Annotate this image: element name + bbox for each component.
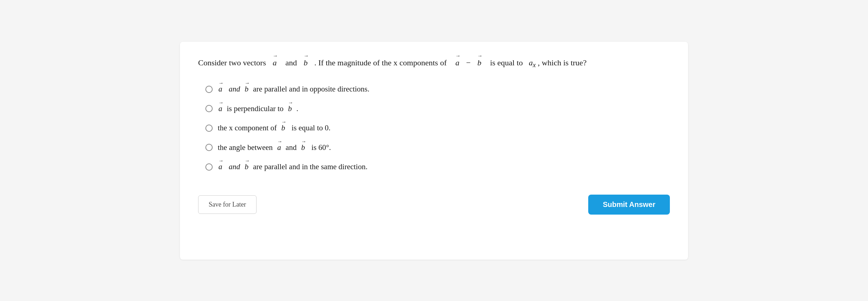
option-3-text: the x component of b is equal to 0. bbox=[218, 122, 331, 134]
option-radio-2[interactable] bbox=[205, 105, 213, 112]
option-2-text: a is perpendicular to b . bbox=[218, 103, 298, 115]
opt5-vector-a: a bbox=[218, 161, 222, 173]
footer: Save for Later Submit Answer bbox=[198, 195, 670, 215]
question-and: and bbox=[285, 58, 297, 67]
question-card: Consider two vectors a and b . If the ma… bbox=[180, 42, 688, 260]
option-radio-5[interactable] bbox=[205, 163, 213, 171]
option-item-3: the x component of b is equal to 0. bbox=[205, 122, 670, 134]
opt4-vector-b: b bbox=[301, 142, 305, 154]
question-vector-a: a bbox=[273, 56, 277, 69]
question-minus: − bbox=[466, 58, 470, 67]
opt1-vector-a: a bbox=[218, 84, 222, 95]
option-4-text: the angle between a and b is 60°. bbox=[218, 142, 331, 154]
submit-button[interactable]: Submit Answer bbox=[588, 195, 670, 215]
option-radio-1[interactable] bbox=[205, 86, 213, 93]
question-ax-sub: x bbox=[533, 61, 536, 69]
option-1-text: a and b are parallel and in opposite dir… bbox=[218, 84, 369, 95]
option-item-5: a and b are parallel and in the same dir… bbox=[205, 161, 670, 173]
opt5-and: and bbox=[229, 162, 240, 171]
option-item-2: a is perpendicular to b . bbox=[205, 103, 670, 115]
option-item-1: a and b are parallel and in opposite dir… bbox=[205, 84, 670, 95]
save-later-button[interactable]: Save for Later bbox=[198, 195, 257, 214]
question-vector-a2: a bbox=[455, 56, 459, 69]
opt1-vector-b: b bbox=[245, 84, 249, 95]
question-vector-b: b bbox=[304, 56, 308, 69]
opt2-vector-a: a bbox=[218, 103, 222, 115]
question-ax: ax bbox=[529, 58, 536, 67]
option-label-4[interactable]: the angle between a and b is 60°. bbox=[205, 142, 331, 154]
option-label-2[interactable]: a is perpendicular to b . bbox=[205, 103, 298, 115]
opt4-vector-a: a bbox=[277, 142, 281, 154]
option-radio-3[interactable] bbox=[205, 125, 213, 132]
question-suffix: , which is true? bbox=[538, 58, 586, 67]
question-prefix: Consider two vectors bbox=[198, 58, 266, 67]
option-label-1[interactable]: a and b are parallel and in opposite dir… bbox=[205, 84, 369, 95]
option-label-5[interactable]: a and b are parallel and in the same dir… bbox=[205, 161, 368, 173]
opt3-vector-b: b bbox=[281, 122, 285, 134]
option-item-4: the angle between a and b is 60°. bbox=[205, 142, 670, 154]
option-5-text: a and b are parallel and in the same dir… bbox=[218, 161, 368, 173]
option-label-3[interactable]: the x component of b is equal to 0. bbox=[205, 122, 331, 134]
question-text: Consider two vectors a and b . If the ma… bbox=[198, 56, 670, 71]
question-is-equal: is equal to bbox=[490, 58, 523, 67]
option-radio-4[interactable] bbox=[205, 144, 213, 151]
question-vector-b2: b bbox=[477, 56, 481, 69]
opt5-vector-b: b bbox=[245, 161, 249, 173]
question-middle: . If the magnitude of the x components o… bbox=[314, 58, 447, 67]
options-list: a and b are parallel and in opposite dir… bbox=[205, 84, 670, 173]
opt2-vector-b: b bbox=[288, 103, 292, 115]
opt1-and: and bbox=[229, 85, 240, 93]
